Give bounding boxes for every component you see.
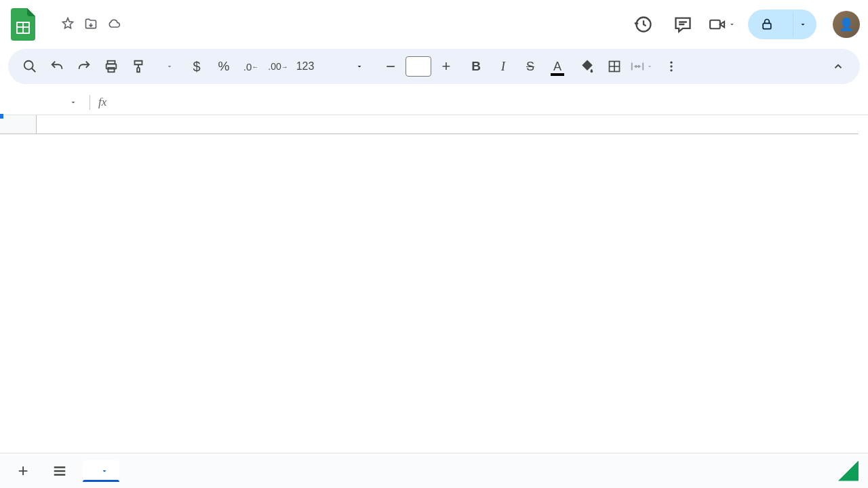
all-sheets-button[interactable]: [46, 458, 73, 485]
account-avatar[interactable]: 👤: [833, 11, 860, 38]
star-icon[interactable]: [61, 17, 75, 30]
meet-button[interactable]: [709, 11, 736, 38]
sheet-tab[interactable]: [83, 460, 119, 482]
svg-rect-1: [18, 23, 22, 26]
more-formats-icon[interactable]: 123: [293, 54, 317, 79]
zoom-select[interactable]: [153, 62, 179, 70]
font-size-input[interactable]: [406, 56, 431, 77]
svg-point-14: [670, 69, 672, 71]
select-all-corner[interactable]: [0, 115, 37, 134]
svg-rect-4: [24, 28, 28, 33]
explore-button[interactable]: [838, 461, 859, 481]
svg-point-13: [670, 65, 672, 67]
strikethrough-icon[interactable]: S: [518, 54, 542, 79]
svg-point-7: [24, 61, 33, 70]
increase-decimal-icon[interactable]: .00→: [266, 54, 290, 79]
history-icon[interactable]: [630, 11, 657, 38]
fill-color-icon[interactable]: [575, 54, 599, 79]
share-dropdown[interactable]: [793, 12, 816, 37]
svg-rect-6: [763, 23, 771, 28]
text-color-icon[interactable]: A: [545, 54, 570, 79]
doc-title[interactable]: [46, 22, 52, 25]
redo-icon[interactable]: [72, 54, 96, 79]
borders-icon[interactable]: [602, 54, 627, 79]
print-icon[interactable]: [99, 54, 123, 79]
svg-rect-3: [18, 28, 22, 33]
sheets-logo[interactable]: [8, 5, 38, 43]
comments-icon[interactable]: [669, 11, 696, 38]
merge-cells-icon[interactable]: [629, 54, 654, 79]
undo-icon[interactable]: [45, 54, 69, 79]
collapse-toolbar-icon[interactable]: [826, 54, 850, 79]
svg-point-12: [670, 62, 672, 64]
paint-format-icon[interactable]: [126, 54, 151, 79]
share-button[interactable]: [748, 9, 793, 39]
font-select[interactable]: [323, 62, 373, 70]
more-icon[interactable]: [659, 54, 684, 79]
add-sheet-button[interactable]: +: [9, 458, 37, 485]
svg-rect-2: [24, 23, 28, 26]
fx-icon: fx: [98, 96, 106, 109]
decrease-decimal-icon[interactable]: .0←: [239, 54, 263, 79]
move-icon[interactable]: [84, 17, 98, 30]
search-menus-icon[interactable]: [18, 54, 42, 79]
toolbar: $ % .0← .00→ 123 − + B I S A: [8, 49, 860, 84]
increase-font-icon[interactable]: +: [434, 54, 458, 79]
decrease-font-icon[interactable]: −: [378, 54, 403, 79]
name-box[interactable]: [8, 98, 81, 106]
currency-icon[interactable]: $: [184, 54, 209, 79]
cloud-status-icon[interactable]: [107, 17, 121, 30]
bold-icon[interactable]: B: [464, 54, 488, 79]
italic-icon[interactable]: I: [491, 54, 515, 79]
svg-rect-5: [710, 20, 720, 29]
percent-icon[interactable]: %: [212, 54, 236, 79]
